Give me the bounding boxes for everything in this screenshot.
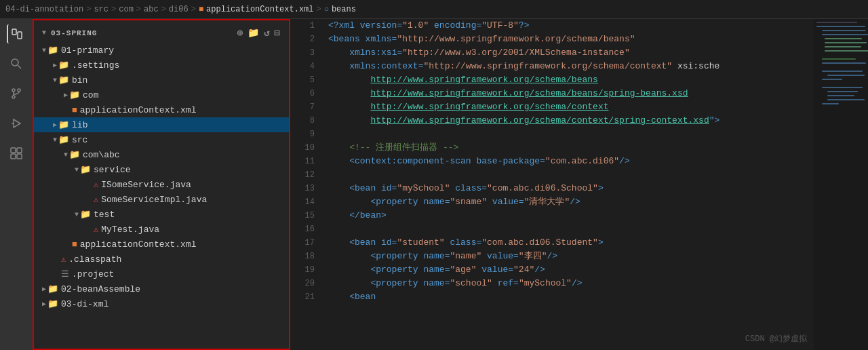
- sidebar-item-03-di-xml[interactable]: ▶ 📁 03-di-xml: [34, 296, 289, 311]
- editor-area: 1 2 3 4 5 6 7 8 9 10 11 12 13 14 15 16 1…: [290, 19, 868, 350]
- code-token: "清华大学": [524, 195, 570, 209]
- activity-bar: [0, 19, 33, 350]
- folder-icon-service: 📁: [80, 164, 91, 175]
- svg-marker-7: [14, 119, 20, 128]
- code-token: [328, 73, 370, 87]
- collapse-all-icon[interactable]: ⊟: [275, 27, 281, 39]
- code-line-14: <property name="sname" value="清华大学"/>: [328, 195, 814, 209]
- code-token: "http://www.w3.org/2001/XMLSchema-instan…: [402, 46, 629, 60]
- line-numbers: 1 2 3 4 5 6 7 8 9 10 11 12 13 14 15 16 1…: [290, 19, 323, 350]
- new-folder-icon[interactable]: 📁: [248, 27, 260, 39]
- code-content[interactable]: <?xml version="1.0" encoding="UTF-8"?> <…: [323, 19, 814, 350]
- file-tree: ▼ 03-SPRING ⊕ 📁 ↺ ⊟ ▼ 📁 01-primary ▶ 📁: [34, 20, 289, 314]
- line-num-12: 12: [290, 168, 315, 182]
- line-num-5: 5: [290, 73, 315, 87]
- code-line-17: <bean id="student" class="com.abc.di06.S…: [328, 236, 814, 250]
- file-label-isomeservice: ISomeService.java: [101, 180, 191, 190]
- code-line-10: <!-- 注册组件扫描器 -->: [328, 141, 814, 155]
- folder-icon-test: 📁: [80, 209, 91, 220]
- bc-part-6[interactable]: applicationContext.xml: [206, 5, 313, 14]
- folder-label-comabc: com\abc: [83, 150, 120, 160]
- svg-rect-32: [827, 95, 854, 96]
- code-token: <property name=: [328, 195, 450, 209]
- code-token: xsi:sche: [672, 60, 719, 73]
- folder-label-test: test: [94, 210, 115, 220]
- bc-part-7[interactable]: beans: [332, 5, 356, 14]
- sidebar-item-bin[interactable]: ▼ 📁 bin: [34, 73, 289, 88]
- line-num-10: 10: [290, 141, 315, 155]
- code-token: "sname": [450, 195, 487, 209]
- svg-rect-15: [816, 26, 865, 27]
- line-num-6: 6: [290, 87, 315, 100]
- line-num-11: 11: [290, 155, 315, 168]
- folder-icon-com: 📁: [69, 90, 80, 100]
- sidebar-item-appctx-bin[interactable]: ■ applicationContext.xml: [34, 102, 289, 117]
- folder-label-02: 02-beanAssemble: [61, 284, 140, 294]
- bc-bean-icon: ○: [324, 5, 329, 14]
- code-token: "mySchool": [519, 277, 572, 290]
- code-token: value=: [487, 195, 524, 209]
- sidebar-item-service[interactable]: ▼ 📁 service: [34, 162, 289, 177]
- line-num-19: 19: [290, 263, 315, 277]
- sidebar-item-mytest[interactable]: ⚠ MyTest.java: [34, 222, 289, 237]
- code-token: "school": [450, 277, 492, 290]
- sidebar-item-classpath[interactable]: ⚠ .classpath: [34, 252, 289, 267]
- code-token: <bean: [328, 290, 376, 304]
- search-icon[interactable]: [7, 54, 26, 73]
- extensions-icon[interactable]: [7, 144, 26, 163]
- line-num-16: 16: [290, 222, 315, 236]
- code-line-15: </bean>: [328, 209, 814, 222]
- xml-icon-appctx-bin: ■: [72, 105, 77, 115]
- svg-rect-17: [822, 34, 868, 35]
- refresh-icon[interactable]: ↺: [264, 27, 270, 39]
- code-token: "1.0": [402, 19, 429, 33]
- sidebar-item-lib[interactable]: ▶ 📁 lib: [34, 117, 289, 132]
- source-control-icon[interactable]: [7, 84, 26, 103]
- folder-arrow-service: ▼: [75, 166, 79, 174]
- sidebar-item-isomeservice[interactable]: ⚠ ISomeService.java: [34, 177, 289, 192]
- bc-part-3[interactable]: com: [119, 5, 134, 14]
- sidebar-item-someserviceimpl[interactable]: ⚠ SomeServiceImpl.java: [34, 192, 289, 207]
- code-token: />: [619, 155, 630, 168]
- folder-arrow-com: ▶: [64, 91, 68, 99]
- code-token: "李四": [519, 250, 547, 263]
- breadcrumb-bar: 04-di-annotation > src > com > abc > di0…: [0, 0, 868, 19]
- code-token: "com.abc.di06.Student": [481, 236, 598, 250]
- run-icon[interactable]: [7, 114, 26, 133]
- code-token: http://www.springframework.org/schema/co…: [370, 100, 608, 114]
- code-line-7: http://www.springframework.org/schema/co…: [328, 100, 814, 114]
- code-token: encoding=: [429, 19, 481, 33]
- sidebar-item-02-beanassemble[interactable]: ▶ 📁 02-beanAssemble: [34, 281, 289, 296]
- explorer-icon[interactable]: [7, 24, 26, 43]
- sidebar-item-comabc[interactable]: ▼ 📁 com\abc: [34, 147, 289, 162]
- line-num-14: 14: [290, 195, 315, 209]
- folder-icon-lib: 📁: [58, 119, 69, 130]
- bc-sep-4: >: [161, 5, 166, 14]
- sidebar-item-test[interactable]: ▼ 📁 test: [34, 207, 289, 222]
- sidebar-item-01-primary[interactable]: ▼ 📁 01-primary: [34, 43, 289, 58]
- bc-part-5[interactable]: di06: [169, 5, 189, 14]
- sidebar-item-appctx-src[interactable]: ■ applicationContext.xml: [34, 237, 289, 252]
- bc-part-1[interactable]: 04-di-annotation: [5, 5, 83, 14]
- sidebar-item-src[interactable]: ▼ 📁 src: [34, 132, 289, 147]
- sidebar-item-com[interactable]: ▶ 📁 com: [34, 88, 289, 102]
- new-file-icon[interactable]: ⊕: [237, 27, 243, 39]
- bc-part-4[interactable]: abc: [144, 5, 159, 14]
- folder-arrow-src: ▼: [53, 136, 57, 144]
- code-token: "mySchool": [397, 182, 450, 195]
- line-num-21: 21: [290, 290, 315, 304]
- sidebar-collapse-icon[interactable]: ▼: [42, 29, 47, 37]
- main-area: ▼ 03-SPRING ⊕ 📁 ↺ ⊟ ▼ 📁 01-primary ▶ 📁: [0, 19, 868, 350]
- bc-part-2[interactable]: src: [94, 5, 108, 14]
- folder-icon-src: 📁: [58, 134, 69, 145]
- code-token: http://www.springframework.org/schema/be…: [370, 87, 688, 100]
- folder-icon-01-primary: 📁: [47, 45, 58, 56]
- bc-sep-2: >: [111, 5, 116, 14]
- code-token: <property name=: [328, 250, 450, 263]
- code-line-1: <?xml version="1.0" encoding="UTF-8"?>: [328, 19, 814, 33]
- minimap[interactable]: [814, 19, 868, 350]
- line-num-17: 17: [290, 236, 315, 250]
- line-num-1: 1: [290, 19, 315, 33]
- sidebar-item-project[interactable]: ☰ .project: [34, 267, 289, 281]
- sidebar-item-settings[interactable]: ▶ 📁 .settings: [34, 58, 289, 73]
